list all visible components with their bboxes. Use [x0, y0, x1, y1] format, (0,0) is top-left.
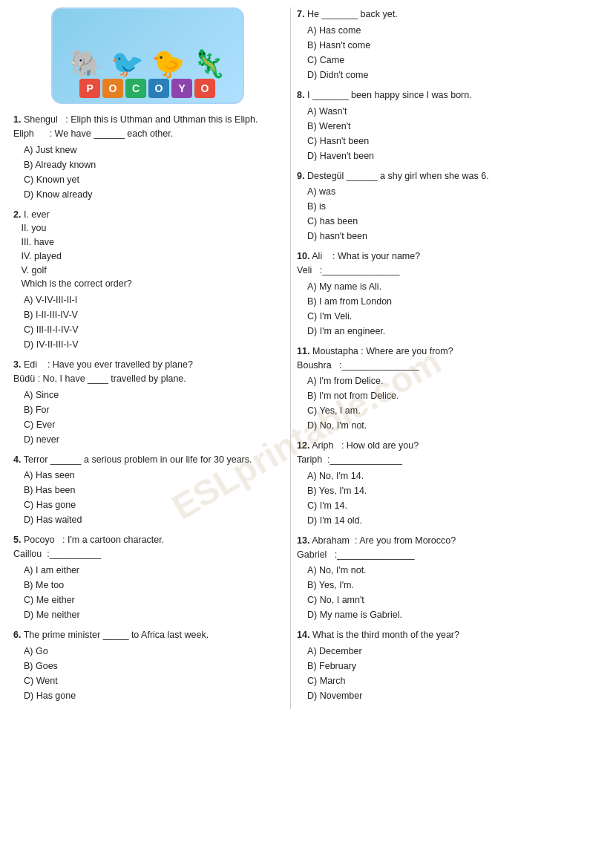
question-4: 4. Terror ______ a serious problem in ou…	[13, 453, 281, 528]
question-8: 8. I _______ been happy since I was born…	[297, 88, 600, 163]
q3-opt-b: B) For	[24, 402, 281, 417]
q13-dialog1: Abraham : Are you from Morocco?	[312, 535, 456, 546]
question-10: 10. Ali : What is your name? Veli :_____…	[297, 249, 600, 339]
logo-text-blocks: P O C O Y O	[79, 79, 215, 98]
q8-text: 8. I _______ been happy since I was born…	[297, 88, 600, 102]
q10-dialog2: Veli :_______________	[297, 265, 399, 275]
q6-opt-b: B) Goes	[24, 659, 281, 673]
q4-body: Terror ______ a serious problem in our l…	[24, 454, 252, 465]
q4-options: A) Has seen B) Has been C) Has gone D) H…	[13, 468, 281, 527]
q11-opt-c: C) Yes, I am.	[307, 403, 600, 418]
q2-options: A) V-IV-III-II-I B) I-II-III-IV-V C) III…	[13, 293, 281, 352]
q10-dialog1: Ali : What is your name?	[312, 251, 420, 261]
q14-body: What is the third month of the year?	[312, 630, 459, 640]
q7-opt-a: A) Has come	[307, 23, 600, 38]
question-1: 1. Shengul : Eliph this is Uthman and Ut…	[13, 113, 281, 202]
q4-opt-a: A) Has seen	[24, 468, 281, 483]
q5-opt-c: C) Me either	[24, 593, 281, 607]
question-14: 14. What is the third month of the year?…	[297, 628, 600, 703]
q9-opt-a: A) was	[307, 184, 600, 199]
q10-options: A) My name is Ali. B) I am from London C…	[297, 279, 600, 339]
q9-options: A) was B) is C) has been D) hasn't been	[297, 184, 600, 244]
q11-dialog2: Boushra :_______________	[297, 360, 419, 371]
q10-opt-b: B) I am from London	[307, 294, 600, 309]
q12-opt-a: A) No, I'm 14.	[307, 469, 600, 483]
q1-text: 1. Shengul : Eliph this is Uthman and Ut…	[13, 113, 281, 141]
q2-opt-b: B) I-II-III-IV-V	[24, 307, 281, 322]
q10-opt-a: A) My name is Ali.	[307, 279, 600, 294]
q12-opt-b: B) Yes, I'm 14.	[307, 483, 600, 498]
question-12: 12. Ariph : How old are you? Tariph :___…	[297, 439, 600, 528]
q14-opt-a: A) December	[307, 644, 600, 659]
q12-opt-c: C) I'm 14.	[307, 498, 600, 513]
q9-num: 9.	[297, 171, 304, 181]
q1-dialog1: Shengul : Eliph this is Uthman and Uthma…	[24, 114, 258, 125]
q11-num: 11.	[297, 346, 309, 356]
q11-opt-a: A) I'm from Delice.	[307, 373, 600, 388]
q12-num: 12.	[297, 440, 309, 451]
q12-dialog2: Tariph :______________	[297, 454, 402, 465]
q13-dialog2: Gabriel :_______________	[297, 549, 414, 560]
q5-num: 5.	[13, 535, 21, 545]
q3-num: 3.	[13, 359, 21, 370]
question-5: 5. Pocoyo : I'm a cartoon character. Cai…	[13, 533, 281, 622]
q10-num: 10.	[297, 251, 309, 261]
q4-opt-b: B) Has been	[24, 483, 281, 497]
q14-options: A) December B) February C) March D) Nove…	[297, 644, 600, 703]
q3-text: 3. Edi : Have you ever travelled by plan…	[13, 358, 281, 386]
q9-text: 9. Destegül ______ a shy girl when she w…	[297, 169, 600, 183]
q13-num: 13.	[297, 535, 309, 546]
q11-options: A) I'm from Delice. B) I'm not from Deli…	[297, 373, 600, 433]
q1-opt-a: A) Just knew	[24, 143, 281, 157]
q5-options: A) I am either B) Me too C) Me either D)…	[13, 563, 281, 622]
q13-text: 13. Abraham : Are you from Morocco? Gabr…	[297, 534, 600, 562]
q3-dialog1: Edi : Have you ever travelled by plane?	[24, 359, 193, 370]
logo-block-o1: O	[102, 79, 123, 98]
q7-text: 7. He _______ back yet.	[297, 7, 600, 22]
q6-options: A) Go B) Goes C) Went D) Has gone	[13, 644, 281, 703]
q11-opt-d: D) No, I'm not.	[307, 418, 600, 433]
logo-block-c: C	[125, 79, 146, 98]
q4-num: 4.	[13, 454, 21, 465]
q8-num: 8.	[297, 90, 304, 100]
logo-block-y: Y	[171, 79, 192, 98]
q14-opt-b: B) February	[307, 659, 600, 673]
q8-opt-c: C) Hasn't been	[307, 134, 600, 149]
question-6: 6. The prime minister _____ to Africa la…	[13, 628, 281, 703]
q3-opt-d: D) never	[24, 432, 281, 447]
q3-options: A) Since B) For C) Ever D) never	[13, 388, 281, 447]
q9-opt-d: D) hasn't been	[307, 229, 600, 244]
q7-body: He _______ back yet.	[307, 9, 398, 19]
q6-opt-c: C) Went	[24, 673, 281, 688]
q3-opt-a: A) Since	[24, 388, 281, 402]
q4-opt-c: C) Has gone	[24, 497, 281, 512]
q14-opt-c: C) March	[307, 673, 600, 688]
q9-opt-c: C) has been	[307, 214, 600, 229]
question-11: 11. Moustapha : Where are you from? Bous…	[297, 345, 600, 434]
q2-opt-c: C) III-II-I-IV-V	[24, 322, 281, 337]
q4-text: 4. Terror ______ a serious problem in ou…	[13, 453, 281, 467]
q13-opt-b: B) Yes, I'm.	[307, 578, 600, 593]
question-7: 7. He _______ back yet. A) Has come B) H…	[297, 7, 600, 82]
q3-opt-c: C) Ever	[24, 417, 281, 432]
q12-opt-d: D) I'm 14 old.	[307, 513, 600, 528]
logo-block-p: P	[79, 79, 100, 98]
q8-body: I _______ been happy since I was born.	[307, 90, 472, 100]
right-column: 7. He _______ back yet. A) Has come B) H…	[290, 7, 600, 709]
q1-opt-d: D) Know already	[24, 187, 281, 202]
logo-box: 🐘 🐦 🐤 🦎 P O C O Y O	[51, 7, 244, 104]
page: 🐘 🐦 🐤 🦎 P O C O Y O 1. Shengul : Eliph t…	[13, 7, 600, 709]
question-13: 13. Abraham : Are you from Morocco? Gabr…	[297, 534, 600, 623]
left-column: 🐘 🐦 🐤 🦎 P O C O Y O 1. Shengul : Eliph t…	[13, 7, 290, 709]
q10-text: 10. Ali : What is your name? Veli :_____…	[297, 249, 600, 278]
q7-num: 7.	[297, 9, 304, 19]
q12-options: A) No, I'm 14. B) Yes, I'm 14. C) I'm 14…	[297, 469, 600, 528]
q14-opt-d: D) November	[307, 688, 600, 703]
logo-area: 🐘 🐦 🐤 🦎 P O C O Y O	[13, 7, 281, 104]
q1-opt-b: B) Already known	[24, 157, 281, 172]
q11-dialog1: Moustapha : Where are you from?	[312, 346, 453, 356]
q1-options: A) Just knew B) Already known C) Known y…	[13, 143, 281, 202]
question-2: 2. I. ever II. you III. have IV. played …	[13, 208, 281, 353]
q5-dialog1: Pocoyo : I'm a cartoon character.	[24, 535, 164, 545]
q14-num: 14.	[297, 630, 309, 640]
